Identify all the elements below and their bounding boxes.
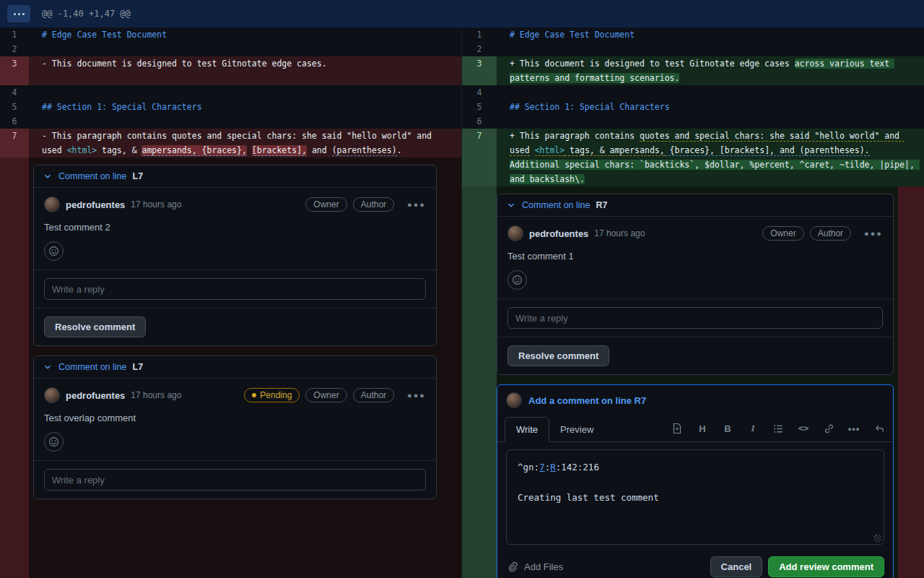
editor-line xyxy=(518,475,873,490)
chevron-down-icon xyxy=(43,362,53,372)
line-number[interactable]: 4 xyxy=(462,85,497,100)
reply-row xyxy=(497,298,893,337)
text-segment xyxy=(247,145,252,155)
add-reaction-button[interactable] xyxy=(44,241,64,261)
reply-input[interactable] xyxy=(44,278,426,300)
line-number[interactable]: 5 xyxy=(462,100,497,114)
comment-timestamp: 17 hours ago xyxy=(131,390,181,400)
thread-line-ref: R7 xyxy=(596,200,608,210)
text-segment: + This paragraph contains xyxy=(510,131,640,141)
pending-dot-icon xyxy=(252,393,256,397)
comment-menu-button[interactable]: ●●● xyxy=(407,200,426,209)
diff-line-old-1: 1# Edge Case Test Document xyxy=(0,27,461,42)
composer-title: Add a comment on line R7 xyxy=(528,395,646,406)
comment-author[interactable]: pedrofuentes xyxy=(66,390,125,401)
add-reaction-button[interactable] xyxy=(507,270,527,290)
thread-line-label: Comment on line xyxy=(58,171,127,181)
text-segment: (parentheses) xyxy=(332,145,397,156)
text-segment: - This document is designed to test Gitn… xyxy=(42,59,327,69)
line-number[interactable]: 1 xyxy=(462,27,497,42)
expand-hunk-button[interactable] xyxy=(7,5,30,22)
line-number[interactable]: 7 xyxy=(462,129,497,186)
badge-pending: Pending xyxy=(244,388,300,402)
line-number[interactable]: 2 xyxy=(0,42,29,56)
resolve-comment-button[interactable]: Resolve comment xyxy=(44,316,146,337)
smiley-icon xyxy=(512,275,523,285)
line-number[interactable]: 3 xyxy=(462,56,497,85)
ellipsis-icon[interactable]: ••• xyxy=(847,422,860,435)
text-segment xyxy=(870,145,875,155)
comment-text: Test overlap comment xyxy=(44,413,426,423)
text-segment: 7 xyxy=(539,462,545,473)
tab-write[interactable]: Write xyxy=(505,417,549,442)
line-text xyxy=(497,42,924,56)
diff-line-new-5: 5## Section 1: Special Characters xyxy=(462,100,924,114)
left-threads-container: Comment on line L7 pedrofuentes 17 hours… xyxy=(29,158,461,578)
link-icon[interactable] xyxy=(822,422,835,435)
diff-line-new-4: 4 xyxy=(462,85,924,100)
reply-input[interactable] xyxy=(507,307,883,329)
line-text: - This document is designed to test Gitn… xyxy=(29,56,461,85)
diff-line-new-6: 6 xyxy=(462,114,924,129)
text-segment: :142:216 xyxy=(556,462,599,473)
split-diff: 1# Edge Case Test Document23- This docum… xyxy=(0,27,924,578)
composer-footer: Add Files Cancel Add review comment xyxy=(497,551,893,578)
bold-icon[interactable]: B xyxy=(721,422,734,435)
resolve-comment-button[interactable]: Resolve comment xyxy=(507,345,609,366)
line-number[interactable]: 6 xyxy=(462,114,497,129)
smiley-icon xyxy=(48,246,59,256)
tab-preview[interactable]: Preview xyxy=(549,418,604,441)
right-comment-region: Comment on line R7 pedrofuentes 17 hours… xyxy=(462,186,924,578)
comment-menu-button[interactable]: ●●● xyxy=(864,229,883,238)
badge-group: OwnerAuthor xyxy=(762,226,851,241)
line-number[interactable]: 1 xyxy=(0,27,29,42)
heading-icon[interactable]: H xyxy=(696,422,709,435)
comment-editor[interactable]: ^gn:7:R:142:216 Creating last test comme… xyxy=(506,449,884,545)
add-files-button[interactable]: Add Files xyxy=(506,561,563,574)
diff-line-old-5: 5## Section 1: Special Characters xyxy=(0,100,461,114)
italic-icon[interactable]: I xyxy=(746,422,759,435)
reply-input[interactable] xyxy=(44,469,426,491)
text-segment: <html> xyxy=(67,145,97,155)
comment-author-row: pedrofuentes 17 hours ago OwnerAuthor ●●… xyxy=(44,197,426,212)
line-number[interactable]: 2 xyxy=(462,42,497,56)
comment-timestamp: 17 hours ago xyxy=(131,199,181,210)
text-segment: ^gn: xyxy=(518,462,539,473)
line-number[interactable]: 5 xyxy=(0,100,29,114)
line-text: # Edge Case Test Document xyxy=(29,27,461,42)
badge-author: Author xyxy=(353,388,394,402)
reply-icon[interactable] xyxy=(873,422,886,435)
right-threads-list: Comment on line R7 pedrofuentes 17 hours… xyxy=(497,194,894,375)
composer-toolbar: HBI<>••• xyxy=(671,422,886,441)
resize-handle-icon[interactable] xyxy=(874,535,881,542)
file-plus-icon[interactable] xyxy=(671,422,684,435)
line-number[interactable]: 7 xyxy=(0,129,29,158)
add-review-comment-button[interactable]: Add review comment xyxy=(768,556,884,577)
comment-thread-card: Comment on line L7 pedrofuentes 17 hours… xyxy=(33,165,437,346)
line-number[interactable]: 6 xyxy=(0,114,29,129)
add-reaction-button[interactable] xyxy=(44,432,64,452)
avatar xyxy=(44,197,60,212)
thread-header[interactable]: Comment on line R7 xyxy=(497,194,893,217)
list-icon[interactable] xyxy=(772,422,785,435)
comment-author[interactable]: pedrofuentes xyxy=(66,199,125,210)
text-segment: [brackets], xyxy=(252,145,307,156)
thread-line-label: Comment on line xyxy=(58,362,127,372)
text-segment: # Edge Case Test Document xyxy=(510,30,635,40)
comment-author[interactable]: pedrofuentes xyxy=(529,228,588,239)
add-files-label: Add Files xyxy=(524,561,563,572)
line-number[interactable]: 3 xyxy=(0,56,29,85)
thread-header[interactable]: Comment on line L7 xyxy=(34,165,436,188)
text-segment: + This document is designed to test Gitn… xyxy=(510,59,795,69)
diff-line-old-2: 2 xyxy=(0,42,461,56)
diff-line-new-7: 7+ This paragraph contains quotes and sp… xyxy=(462,129,924,186)
line-number[interactable]: 4 xyxy=(0,85,29,100)
thread-header[interactable]: Comment on line L7 xyxy=(34,356,436,379)
comment-menu-button[interactable]: ●●● xyxy=(407,391,426,400)
comment-text: Test comment 1 xyxy=(507,251,883,262)
thread-line-label: Comment on line xyxy=(522,200,590,210)
code-icon[interactable]: <> xyxy=(797,422,810,435)
left-comment-region: Comment on line L7 pedrofuentes 17 hours… xyxy=(0,158,461,578)
cancel-button[interactable]: Cancel xyxy=(710,556,763,577)
avatar xyxy=(507,225,523,241)
